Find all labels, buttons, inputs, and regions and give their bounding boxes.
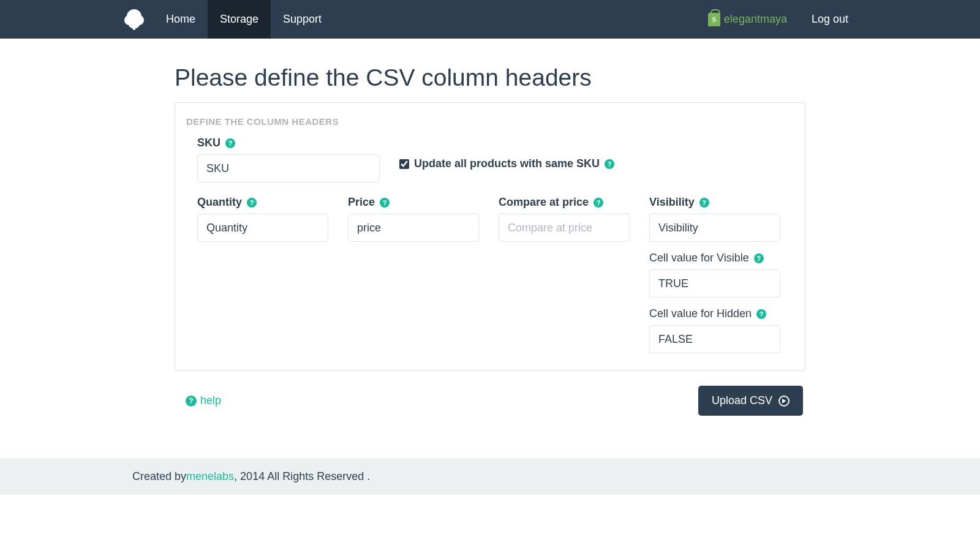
brand-logo[interactable] — [126, 0, 154, 39]
label-cell-visible: Cell value for Visible ? — [649, 252, 780, 264]
field-sku: SKU ? — [197, 137, 380, 182]
field-visibility: Visibility ? — [649, 196, 780, 242]
logout-label: Log out — [812, 13, 848, 26]
label-quantity: Quantity ? — [197, 196, 328, 209]
label-quantity-text: Quantity — [197, 196, 242, 209]
field-visibility-group: Visibility ? Cell value for Visible ? Ce… — [649, 196, 780, 353]
upload-csv-button[interactable]: Upload CSV — [698, 386, 803, 416]
label-price: Price ? — [348, 196, 479, 209]
checkbox-update-same-sku[interactable] — [399, 159, 409, 169]
help-icon[interactable]: ? — [594, 198, 603, 208]
help-icon[interactable]: ? — [225, 138, 235, 148]
column-headers-panel: DEFINE THE COLUMN HEADERS SKU ? Update a… — [175, 102, 805, 371]
input-visibility[interactable] — [649, 214, 780, 242]
input-price[interactable] — [348, 214, 479, 242]
footer-prefix: Created by — [132, 470, 186, 483]
field-price: Price ? — [348, 196, 479, 242]
main-container: Please define the CSV column headers DEF… — [175, 39, 805, 416]
nav-storage-label: Storage — [220, 13, 258, 26]
logout-link[interactable]: Log out — [799, 0, 854, 39]
label-sku-text: SKU — [197, 137, 221, 149]
shop-badge[interactable]: S elegantmaya — [696, 0, 799, 39]
help-icon: ? — [186, 395, 197, 407]
help-link-text: help — [200, 394, 221, 407]
nav-storage[interactable]: Storage — [208, 0, 271, 39]
page-title: Please define the CSV column headers — [175, 64, 805, 91]
input-compare-at-price[interactable] — [499, 214, 630, 242]
help-icon[interactable]: ? — [605, 159, 614, 169]
navbar-right: S elegantmaya Log out — [696, 0, 854, 39]
footer: Created by menelabs , 2014 All Rights Re… — [0, 458, 980, 495]
input-quantity[interactable] — [197, 214, 328, 242]
below-panel-row: ? help Upload CSV — [175, 386, 805, 416]
help-icon[interactable]: ? — [756, 309, 766, 319]
input-cell-hidden[interactable] — [649, 325, 780, 353]
navbar-left: Home Storage Support — [126, 0, 334, 39]
checkbox-label: Update all products with same SKU — [414, 157, 600, 170]
input-cell-visible[interactable] — [649, 269, 780, 298]
label-price-text: Price — [348, 196, 375, 209]
row-sku: SKU ? Update all products with same SKU … — [197, 137, 783, 182]
nav-support[interactable]: Support — [271, 0, 334, 39]
shopify-bag-icon: S — [708, 13, 720, 26]
help-icon[interactable]: ? — [699, 198, 709, 208]
footer-link[interactable]: menelabs — [186, 470, 234, 483]
label-compare-at-price: Compare at price ? — [499, 196, 630, 209]
input-sku[interactable] — [197, 154, 380, 182]
label-cell-visible-text: Cell value for Visible — [649, 252, 749, 264]
label-sku: SKU ? — [197, 137, 380, 149]
shop-name: elegantmaya — [724, 13, 787, 26]
nav-home-label: Home — [166, 13, 195, 26]
help-icon[interactable]: ? — [380, 198, 390, 208]
navbar: Home Storage Support S elegantmaya Log o… — [0, 0, 980, 39]
field-cell-hidden: Cell value for Hidden ? — [649, 307, 780, 353]
tree-icon — [126, 9, 143, 30]
field-compare-at-price: Compare at price ? — [499, 196, 630, 242]
label-visibility: Visibility ? — [649, 196, 780, 209]
field-update-same-sku: Update all products with same SKU ? — [399, 137, 783, 170]
row-grid: Quantity ? Price ? Compare at price ? — [197, 196, 783, 353]
field-quantity: Quantity ? — [197, 196, 328, 242]
upload-csv-label: Upload CSV — [712, 394, 772, 407]
nav-home[interactable]: Home — [154, 0, 208, 39]
label-cell-hidden: Cell value for Hidden ? — [649, 307, 780, 320]
help-icon[interactable]: ? — [754, 253, 764, 263]
label-visibility-text: Visibility — [649, 196, 695, 209]
label-compare-text: Compare at price — [499, 196, 589, 209]
nav-support-label: Support — [283, 13, 322, 26]
footer-suffix: , 2014 All Rights Reserved . — [234, 470, 370, 483]
field-cell-visible: Cell value for Visible ? — [649, 252, 780, 298]
help-icon[interactable]: ? — [247, 198, 257, 208]
panel-heading: DEFINE THE COLUMN HEADERS — [186, 116, 794, 127]
arrow-right-circle-icon — [778, 395, 790, 407]
label-cell-hidden-text: Cell value for Hidden — [649, 307, 752, 320]
help-link[interactable]: ? help — [186, 394, 221, 407]
